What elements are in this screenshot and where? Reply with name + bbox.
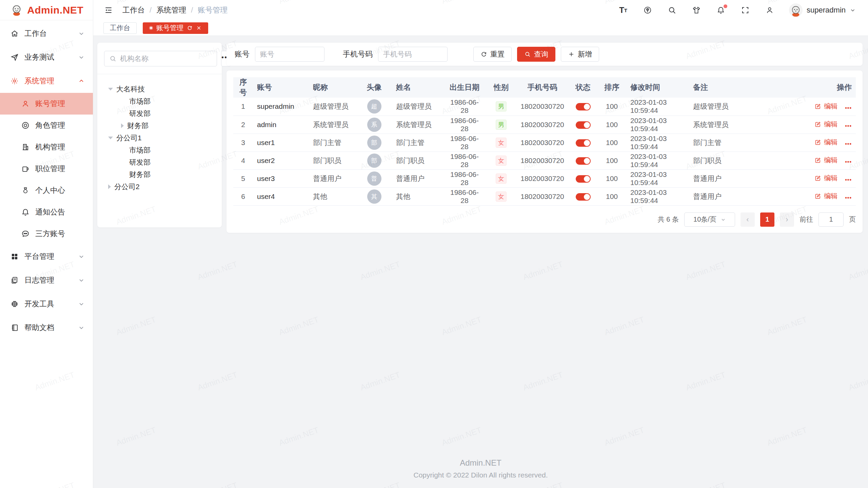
tree-node[interactable]: 大名科技: [101, 83, 218, 95]
tree-node[interactable]: 市场部: [101, 95, 218, 107]
home-icon: [10, 29, 19, 38]
tree-node[interactable]: 分公司2: [101, 181, 218, 193]
page-size-select[interactable]: 10条/页: [684, 212, 735, 227]
phone-input[interactable]: [378, 47, 448, 62]
cell-name: 部门主管: [392, 134, 443, 151]
status-toggle[interactable]: [576, 121, 591, 129]
reset-label: 重置: [490, 49, 505, 59]
search-button[interactable]: 查询: [517, 47, 555, 62]
sidebar-item-system-mgmt[interactable]: 系统管理: [0, 69, 93, 93]
reset-button[interactable]: 重置: [473, 47, 512, 62]
sidebar-item-notice[interactable]: 通知公告: [0, 201, 93, 223]
edit-button[interactable]: 编辑: [814, 156, 837, 165]
cell-avatar: 超: [356, 98, 392, 116]
sidebar-item-help-docs[interactable]: 帮助文档: [0, 316, 93, 340]
prev-page-button[interactable]: ‹: [741, 212, 755, 227]
refresh-icon[interactable]: [187, 25, 193, 31]
sidebar-item-role-mgmt[interactable]: 角色管理: [0, 115, 93, 136]
sidebar-item-third-party[interactable]: 三方账号: [0, 223, 93, 245]
status-toggle[interactable]: [576, 175, 591, 183]
goto-label: 前往: [800, 215, 813, 224]
sidebar-item-account-mgmt[interactable]: 账号管理: [0, 93, 93, 115]
sidebar-item-label: 机构管理: [35, 142, 85, 152]
breadcrumb-item[interactable]: 工作台: [122, 5, 145, 15]
next-page-button[interactable]: ›: [780, 212, 794, 227]
logo[interactable]: Admin.NET: [0, 0, 93, 20]
menu-fold-icon[interactable]: [103, 5, 114, 15]
edit-button[interactable]: 编辑: [814, 138, 837, 147]
translate-icon[interactable]: [643, 5, 653, 15]
status-toggle[interactable]: [576, 139, 591, 147]
user-avatar: [789, 3, 803, 17]
tree-node[interactable]: 财务部: [101, 168, 218, 181]
profile-icon[interactable]: [765, 5, 775, 15]
status-toggle[interactable]: [576, 157, 591, 165]
footer: Admin.NET Copyright © 2022 Dilon All rig…: [93, 458, 868, 488]
status-toggle[interactable]: [576, 193, 591, 201]
cell-avatar: 部: [356, 151, 392, 169]
row-more-button[interactable]: •••: [845, 195, 852, 201]
tab-account-mgmt[interactable]: 账号管理: [143, 22, 208, 34]
fullscreen-icon[interactable]: [740, 5, 750, 15]
cell-status: [569, 98, 597, 116]
edit-button[interactable]: 编辑: [814, 102, 837, 111]
sidebar-item-workbench[interactable]: 工作台: [0, 22, 93, 45]
cell-phone: 18020030720: [516, 169, 569, 187]
cell-avatar: 其: [356, 187, 392, 205]
search-icon[interactable]: [667, 5, 677, 15]
tree-node[interactable]: 研发部: [101, 107, 218, 120]
position-icon: [21, 164, 30, 173]
cell-sex: 女: [486, 151, 516, 169]
tree-node[interactable]: 分公司1: [101, 132, 218, 144]
cell-birthdate: 1986-06-28: [443, 98, 486, 116]
tree-node[interactable]: 研发部: [101, 156, 218, 168]
table-body: 1 superadmin 超级管理员 超 超级管理员 1986-06-28 男 …: [233, 98, 856, 205]
row-more-button[interactable]: •••: [845, 159, 852, 165]
cell-operations: 编辑 •••: [808, 151, 856, 169]
breadcrumb-item[interactable]: 系统管理: [156, 5, 186, 15]
breadcrumb-separator: /: [150, 6, 152, 15]
tree-node[interactable]: 财务部: [101, 120, 218, 132]
tab-label: 账号管理: [156, 23, 183, 33]
theme-icon[interactable]: [691, 5, 702, 15]
edit-button[interactable]: 编辑: [814, 191, 837, 201]
sidebar-item-org-mgmt[interactable]: 机构管理: [0, 136, 93, 158]
account-input[interactable]: [255, 47, 324, 62]
row-more-button[interactable]: •••: [845, 177, 852, 183]
add-button[interactable]: 新增: [561, 47, 599, 62]
column-header: 修改时间: [626, 77, 689, 98]
table-row: 1 superadmin 超级管理员 超 超级管理员 1986-06-28 男 …: [233, 98, 856, 116]
column-header: 头像: [356, 77, 392, 98]
sidebar-item-platform-mgmt[interactable]: 平台管理: [0, 245, 93, 268]
row-more-button[interactable]: •••: [845, 123, 852, 129]
total-count: 共 6 条: [658, 215, 679, 224]
page-number-current[interactable]: 1: [760, 212, 774, 227]
cell-index: 3: [233, 134, 253, 151]
status-toggle[interactable]: [576, 103, 591, 110]
sidebar-item-dev-tools[interactable]: 开发工具: [0, 292, 93, 316]
tab-workbench[interactable]: 工作台: [103, 22, 137, 34]
sidebar-item-label: 账号管理: [35, 99, 85, 109]
cell-birthdate: 1986-06-28: [443, 134, 486, 151]
close-icon[interactable]: [196, 25, 202, 31]
row-more-button[interactable]: •••: [845, 141, 852, 147]
goto-page-input[interactable]: [818, 212, 844, 227]
sidebar-item-label: 帮助文档: [24, 323, 73, 333]
table-row: 4 user2 部门职员 部 部门职员 1986-06-28 女 1802003…: [233, 151, 856, 169]
sidebar-item-business-test[interactable]: 业务测试: [0, 45, 93, 69]
sidebar-item-log-mgmt[interactable]: 日志管理: [0, 268, 93, 292]
font-size-icon[interactable]: TT: [618, 5, 628, 15]
sidebar-item-personal-center[interactable]: 个人中心: [0, 180, 93, 201]
row-more-button[interactable]: •••: [845, 105, 852, 111]
notification-icon[interactable]: [716, 5, 726, 15]
table-row: 3 user1 部门主管 部 部门主管 1986-06-28 女 1802003…: [233, 134, 856, 151]
sidebar-item-position-mgmt[interactable]: 职位管理: [0, 158, 93, 180]
org-search-input[interactable]: [120, 55, 212, 63]
edit-button[interactable]: 编辑: [814, 174, 837, 183]
cell-name: 超级管理员: [392, 98, 443, 116]
cell-operations: 编辑 •••: [808, 98, 856, 116]
tree-node[interactable]: 市场部: [101, 144, 218, 156]
cell-remark: 普通用户: [689, 187, 808, 205]
user-menu[interactable]: superadmin: [789, 3, 856, 17]
edit-button[interactable]: 编辑: [814, 120, 837, 129]
